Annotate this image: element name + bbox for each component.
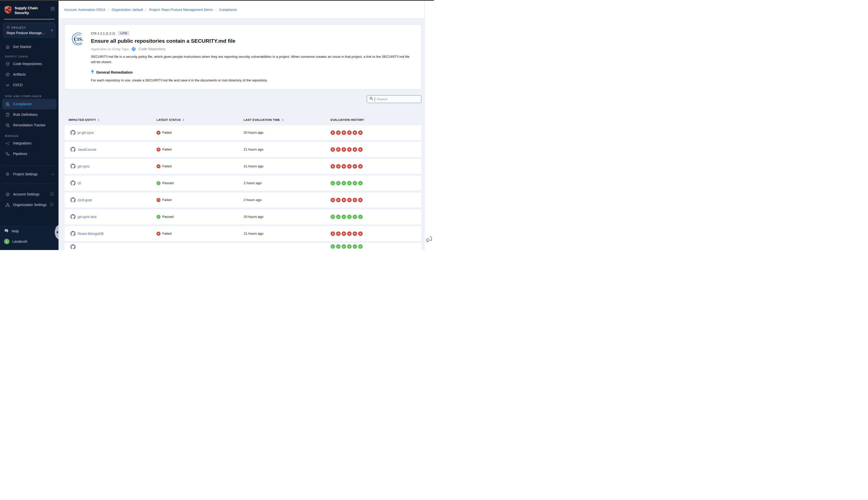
entity-link[interactable]: React-MongoDB — [78, 232, 104, 236]
table-row[interactable]: cli ✓ Passed 2 hours ago ✓✓✓✓✓✓ — [65, 175, 421, 191]
evaluation-pass-icon: ✓ — [336, 181, 340, 185]
sort-icon[interactable]: ▲▼ — [98, 118, 100, 121]
sidebar-item-account-settings[interactable]: Account Settings ⓘ — [2, 189, 57, 200]
cis-logo: CIS. — [72, 32, 85, 82]
project-cube-icon — [7, 25, 10, 30]
status-label: Failed — [162, 147, 172, 151]
project-selector[interactable]: PROJECT Repo Posture Manage... › — [3, 23, 55, 38]
chevron-right-icon: › — [52, 172, 54, 177]
evaluation-pass-icon: ✓ — [342, 181, 346, 185]
integrations-icon — [5, 141, 10, 146]
search-input[interactable] — [377, 97, 419, 101]
sidebar-item-pipelines[interactable]: Pipelines — [2, 148, 57, 159]
sidebar-footer: ? Help L Lavakush — [0, 224, 59, 250]
home-icon — [5, 45, 10, 49]
support-chat-icon[interactable] — [426, 236, 432, 243]
evaluation-history: ✕✕✕✕✕✕ — [331, 198, 421, 202]
compliance-document-search-icon — [5, 102, 10, 106]
entity-link[interactable]: git-sync-test — [78, 215, 96, 219]
breadcrumb-organization-link[interactable]: Organization: default — [112, 8, 143, 12]
table-row[interactable]: git-sync ✕ Failed 21 hours ago ✕✕✕✕✕✕ — [65, 159, 421, 174]
evaluation-fail-icon: ✕ — [336, 130, 340, 135]
evaluation-fail-icon: ✕ — [336, 147, 340, 152]
user-name: Lavakush — [12, 239, 27, 243]
breadcrumb-project-link[interactable]: Project: Repo Posture Management Demo — [149, 8, 213, 12]
evaluation-pass-icon: ✓ — [358, 215, 363, 219]
evaluation-fail-icon: ✕ — [347, 231, 351, 236]
rule-title: Ensure all public repositories contain a… — [91, 38, 414, 44]
user-menu[interactable]: L Lavakush — [4, 239, 55, 244]
sidebar-item-label: Integrations — [13, 141, 31, 145]
evaluation-pass-icon: ✓ — [347, 215, 351, 219]
evaluation-fail-icon: ✕ — [331, 130, 335, 135]
search-box — [367, 95, 421, 103]
entity-link[interactable]: git-sync — [78, 164, 90, 168]
project-name: Repo Posture Manage... — [7, 31, 48, 35]
entity-link[interactable]: cli — [78, 181, 81, 185]
sidebar-item-cicd[interactable]: ∞ CI/CD — [2, 80, 57, 90]
help-label: Help — [12, 229, 19, 233]
evaluation-fail-icon: ✕ — [342, 130, 346, 135]
evaluation-pass-icon: ✓ — [352, 181, 357, 185]
sidebar-item-compliance[interactable]: Compliance — [2, 99, 57, 109]
collapse-left-arrow-icon — [56, 231, 58, 234]
breadcrumb-compliance-link[interactable]: Compliance — [219, 8, 237, 12]
sidebar-item-integrations[interactable]: Integrations — [2, 138, 57, 148]
breadcrumb-separator: › — [108, 8, 109, 12]
sort-icon[interactable]: ▲▼ — [183, 118, 184, 121]
entity-link[interactable]: JavaCourse — [78, 147, 96, 151]
remediation-text: For each repository in use, create a SEC… — [91, 78, 414, 82]
sort-icon[interactable]: ▲▼ — [282, 118, 283, 121]
breadcrumb-account-link[interactable]: Account: Automation-SSCA — [64, 8, 105, 12]
divider — [3, 166, 56, 166]
evaluation-pass-icon: ✓ — [336, 244, 340, 249]
entity-link[interactable]: pr-git-sync — [78, 130, 94, 135]
lightbulb-icon — [91, 70, 94, 75]
column-impacted-entity: IMPACTED ENTITY ▲▼ — [69, 118, 157, 121]
evaluation-fail-icon: ✕ — [347, 164, 351, 169]
evaluation-pass-icon: ✓ — [331, 215, 335, 219]
last-evaluation-time: 21 hours ago — [244, 147, 331, 151]
sidebar-item-code-repositories[interactable]: </> Code Repositories — [2, 58, 57, 69]
status-icon: ✓ — [157, 215, 161, 219]
evaluation-history: ✓✓✓✓✓✓ — [331, 243, 421, 249]
clipboard-check-icon — [5, 112, 10, 117]
evaluation-history: ✓✓✓✓✓✓ — [331, 181, 421, 185]
table-row[interactable]: React-MongoDB ✕ Failed 21 hours ago ✕✕✕✕… — [65, 226, 421, 241]
evaluation-history: ✓✓✓✓✓✓ — [331, 215, 421, 219]
code-repository-entity-icon: </> — [131, 46, 136, 52]
status-icon: ✓ — [157, 181, 161, 185]
sidebar-item-artifacts[interactable]: Artifacts — [2, 69, 57, 80]
table-row[interactable]: ✓✓✓✓✓✓ — [65, 243, 421, 250]
table-row[interactable]: git-sync-test ✓ Passed 20 hours ago ✓✓✓✓… — [65, 209, 421, 224]
sidebar-item-remediation-tracker[interactable]: Remediation Tracker — [2, 120, 57, 130]
evaluation-fail-icon: ✕ — [331, 164, 335, 169]
evaluation-history: ✕✕✕✕✕✕ — [331, 164, 421, 169]
section-supply-chain: SUPPLY CHAIN — [5, 55, 57, 58]
evaluation-pass-icon: ✓ — [342, 215, 346, 219]
status-label: Passed — [162, 181, 174, 185]
table-row[interactable]: cicd-goat ✕ Failed 2 hours ago ✕✕✕✕✕✕ — [65, 192, 421, 207]
last-evaluation-time: 20 hours ago — [244, 215, 331, 219]
sidebar-item-rule-definitions[interactable]: Rule Definitions — [2, 109, 57, 120]
sidebar-item-get-started[interactable]: Get Started — [2, 42, 57, 52]
module-grid-icon[interactable] — [51, 5, 55, 12]
infinity-icon: ∞ — [5, 83, 10, 88]
table-row[interactable]: JavaCourse ✕ Failed 21 hours ago ✕✕✕✕✕✕ — [65, 142, 421, 157]
evaluation-fail-icon: ✕ — [358, 147, 363, 152]
entity-link[interactable]: cicd-goat — [78, 198, 92, 202]
table-row[interactable]: pr-git-sync ✕ Failed 20 hours ago ✕✕✕✕✕✕ — [65, 125, 421, 140]
remediation-heading: General Remediation — [96, 70, 132, 75]
org-hierarchy-gear-icon — [5, 203, 10, 207]
sidebar-item-project-settings[interactable]: ⚙ Project Settings › — [2, 169, 57, 179]
evaluation-fail-icon: ✕ — [352, 130, 357, 135]
evaluation-fail-icon: ✕ — [352, 231, 357, 236]
last-evaluation-time — [244, 243, 331, 244]
info-icon: ⓘ — [50, 203, 54, 207]
sidebar: Supply Chain Security PROJECT — [0, 1, 59, 250]
content-area: CIS. CIS-1.2.1 (1.2.1) LOW Ensure all pu… — [59, 19, 424, 250]
sidebar-item-label: Remediation Tracker — [13, 123, 45, 127]
help-button[interactable]: ? Help — [4, 228, 55, 234]
section-manage: MANAGE — [5, 134, 57, 137]
sidebar-item-organization-settings[interactable]: Organization Settings ⓘ — [2, 200, 57, 210]
